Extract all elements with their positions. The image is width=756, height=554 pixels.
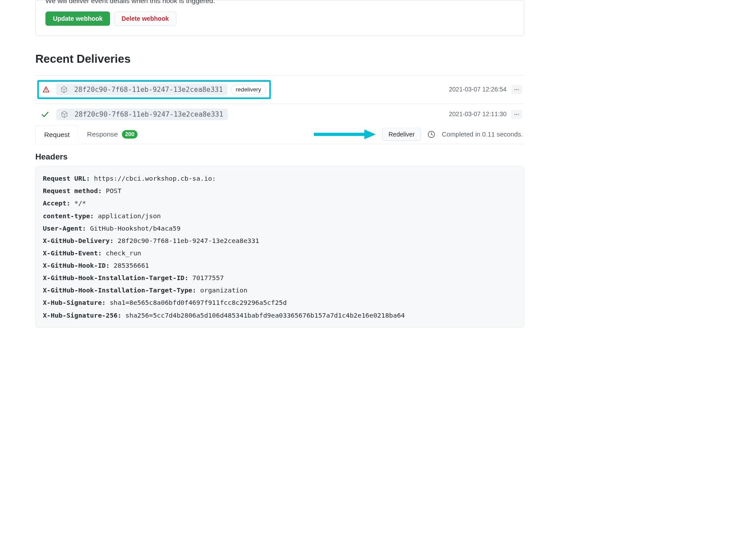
header-value: sha256=5cc7d4b2806a5d106d485341babfd9ea0… xyxy=(125,311,405,319)
svg-point-6 xyxy=(516,114,517,115)
svg-point-1 xyxy=(46,91,46,91)
tab-response[interactable]: Response 200 xyxy=(79,125,146,144)
tab-request[interactable]: Request xyxy=(35,125,79,144)
delivery-timestamp: 2021-03-07 12:26:54 xyxy=(449,86,507,93)
annotation-arrow-icon xyxy=(314,129,376,140)
svg-point-2 xyxy=(514,89,515,90)
header-value: application/json xyxy=(98,212,161,220)
header-key: X-Hub-Signature-256: xyxy=(43,311,121,319)
header-key: X-GitHub-Event: xyxy=(43,249,102,257)
delivery-menu-button[interactable] xyxy=(511,110,522,119)
delivery-timestamp: 2021-03-07 12:11:30 xyxy=(449,111,507,118)
tab-response-label: Response xyxy=(87,130,118,138)
request-headers-block: Request URL: https://cbci.workshop.cb-sa… xyxy=(35,166,524,328)
header-value: check_run xyxy=(106,249,141,257)
delivery-menu-button[interactable] xyxy=(511,85,522,94)
delivery-id: 28f20c90-7f68-11eb-9247-13e2cea8e331 xyxy=(75,110,223,118)
delivery-row[interactable]: 28f20c90-7f68-11eb-9247-13e2cea8e331 red… xyxy=(35,75,524,104)
delivery-id: 28f20c90-7f68-11eb-9247-13e2cea8e331 xyxy=(74,86,223,94)
header-key: User-Agent: xyxy=(43,224,86,232)
svg-marker-9 xyxy=(364,129,376,139)
recent-deliveries-heading: Recent Deliveries xyxy=(35,52,524,65)
header-value: */* xyxy=(74,199,86,207)
redelivery-badge: redelivery xyxy=(231,84,266,95)
header-value: POST xyxy=(106,187,122,195)
trigger-note: We will deliver event details when this … xyxy=(45,0,514,5)
alert-triangle-icon xyxy=(42,86,50,93)
header-key: X-GitHub-Hook-ID: xyxy=(43,262,110,269)
svg-point-4 xyxy=(518,89,519,90)
header-value: 28f20c90-7f68-11eb-9247-13e2cea8e331 xyxy=(117,237,259,245)
webhook-settings-panel: We will deliver event details when this … xyxy=(35,0,524,36)
tab-request-label: Request xyxy=(44,131,70,139)
header-key: X-GitHub-Hook-Installation-Target-Type: xyxy=(43,286,197,294)
delivery-id-chip: 28f20c90-7f68-11eb-9247-13e2cea8e331 xyxy=(56,83,228,95)
header-key: Request URL: xyxy=(43,175,90,182)
delete-webhook-button[interactable]: Delete webhook xyxy=(114,11,176,26)
header-value: organization xyxy=(200,286,247,294)
header-key: content-type: xyxy=(43,212,94,220)
clock-icon xyxy=(427,130,435,138)
header-key: X-GitHub-Delivery: xyxy=(43,237,113,245)
header-key: X-GitHub-Hook-Installation-Target-ID: xyxy=(43,274,189,282)
check-icon xyxy=(41,110,49,118)
svg-point-3 xyxy=(516,89,517,90)
headers-heading: Headers xyxy=(35,152,524,161)
annotation-highlight: 28f20c90-7f68-11eb-9247-13e2cea8e331 red… xyxy=(37,80,271,99)
redeliver-button[interactable]: Redeliver xyxy=(382,128,421,141)
package-icon xyxy=(61,111,68,118)
header-value: https://cbci.workshop.cb-sa.io: xyxy=(94,175,216,182)
delivery-row[interactable]: 28f20c90-7f68-11eb-9247-13e2cea8e331 202… xyxy=(35,104,524,125)
response-status-pill: 200 xyxy=(122,130,138,139)
header-key: X-Hub-Signature: xyxy=(43,299,106,307)
header-key: Request method: xyxy=(43,187,102,195)
header-value: GitHub-Hookshot/b4aca59 xyxy=(90,224,181,232)
svg-point-7 xyxy=(518,114,519,115)
header-key: Accept: xyxy=(43,199,70,207)
header-value: 70177557 xyxy=(193,274,224,282)
delivery-detail-tabs: Request Response 200 Redeliver Completed… xyxy=(35,125,524,144)
update-webhook-button[interactable]: Update webhook xyxy=(45,11,110,26)
header-value: sha1=8e565c8a06bfd0f4697f911fcc8c29296a5… xyxy=(110,299,287,307)
header-value: 285356661 xyxy=(113,262,149,269)
webhook-action-row: Update webhook Delete webhook xyxy=(45,11,514,26)
package-icon xyxy=(60,86,68,93)
delivery-id-chip: 28f20c90-7f68-11eb-9247-13e2cea8e331 xyxy=(56,109,228,121)
completed-duration: Completed in 0.11 seconds. xyxy=(442,131,523,138)
svg-point-5 xyxy=(514,114,515,115)
